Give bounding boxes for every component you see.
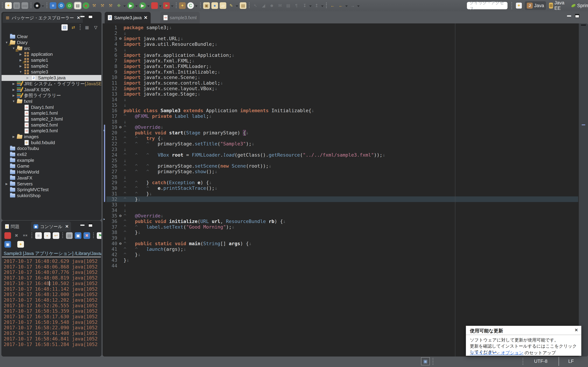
code-line-15[interactable]: 15↓: [106, 102, 578, 108]
minimize-icon[interactable]: [567, 15, 571, 17]
ant-build-icon[interactable]: ⚒: [91, 2, 97, 9]
code-line-19[interactable]: 19⊖^ @Override↓: [106, 125, 578, 130]
server-stop-icon[interactable]: ●: [83, 2, 89, 9]
maximize-icon[interactable]: [575, 14, 579, 18]
tab-problems[interactable]: ⚠ 問題: [3, 221, 22, 232]
code-line-43[interactable]: 43}↓: [106, 258, 578, 263]
tree-item-docotsubu[interactable]: docoTsubu: [1, 146, 101, 151]
debug-dropdown-icon[interactable]: [123, 5, 126, 8]
next-annotation-dropdown-icon[interactable]: [309, 5, 312, 8]
link-profile-icon[interactable]: ☻: [268, 2, 275, 9]
back-dropdown-icon[interactable]: [345, 5, 348, 8]
code-line-34[interactable]: 34↓: [106, 208, 578, 213]
new-java-project-icon[interactable]: ✦: [179, 2, 186, 9]
tree-item-servers[interactable]: ▶Servers: [1, 181, 101, 187]
tree-item-build-fxbuild[interactable]: ⚙build.fxbuild: [1, 140, 101, 146]
tree-item-game[interactable]: Game: [1, 163, 101, 169]
close-icon[interactable]: ✕: [575, 328, 578, 333]
maximize-icon[interactable]: [88, 223, 93, 227]
close-icon[interactable]: ✕: [65, 224, 69, 229]
code-line-22[interactable]: 22^ ^ ^ primaryStage.setTitle("Sample3")…: [106, 141, 578, 147]
perspective-javaee[interactable]: ⊞ Java EE: [547, 1, 568, 10]
code-line-10[interactable]: 10import javafx.scene.Scene;↓: [106, 75, 578, 80]
tree-item-diary1-fxml[interactable]: <>Diary1.fxml: [1, 104, 101, 110]
power-icon[interactable]: ⊙: [66, 2, 73, 9]
mark-occurrences-icon[interactable]: ◢: [260, 2, 267, 9]
code-line-5[interactable]: 5↓: [106, 47, 578, 53]
code-line-7[interactable]: 7import javafx.fxml.FXML;↓: [106, 58, 578, 64]
code-line-25[interactable]: 25↓: [106, 158, 578, 163]
code-line-44[interactable]: 44: [106, 263, 578, 269]
highlighter-pen-icon[interactable]: ✎: [228, 2, 234, 9]
tab-package-explorer[interactable]: ⊞ パッケージ・エクスプローラー ✕: [3, 13, 83, 23]
tree-expander-icon[interactable]: ▶: [11, 88, 16, 92]
code-line-24[interactable]: 24^ ^ ^ VBox root = FXMLLoader.load(getC…: [106, 152, 578, 158]
code-line-27[interactable]: 27^ ^ ^ primaryStage.show();↓: [106, 169, 578, 175]
code-line-8[interactable]: 8import javafx.fxml.FXMLLoader;↓: [106, 64, 578, 69]
tree-item-sample2[interactable]: ▶sample2: [1, 63, 101, 69]
close-icon[interactable]: ✕: [77, 15, 80, 20]
fold-toggle-icon[interactable]: ⊖: [117, 36, 123, 42]
settings-gear-icon[interactable]: ⚙: [58, 2, 65, 9]
tab-console[interactable]: ▣ コンソール ✕: [31, 221, 71, 232]
tree-expander-icon[interactable]: ▶: [11, 135, 16, 139]
encoding-indicator[interactable]: UTF-8: [530, 359, 551, 364]
forward-dropdown-icon[interactable]: [357, 5, 360, 8]
tab-sample3-fxml[interactable]: <> sample3.fxml: [160, 12, 200, 23]
tree-item-sukkirishop[interactable]: sukkiriShop: [1, 193, 101, 199]
open-perspective-button[interactable]: ✦: [514, 1, 524, 10]
code-line-32[interactable]: 32^ }↓: [106, 196, 578, 202]
line-ending-indicator[interactable]: LF: [563, 359, 579, 364]
show-paragraph-icon[interactable]: ¶: [293, 2, 300, 9]
new-class-dropdown-icon[interactable]: [195, 5, 198, 8]
tree-expander-icon[interactable]: ▶: [18, 64, 23, 68]
code-line-23[interactable]: 23↓: [106, 147, 578, 152]
folder-contents-icon[interactable]: ▤: [240, 2, 246, 9]
collapse-all-icon[interactable]: ⊟: [61, 24, 68, 31]
profile-icon[interactable]: ➤: [163, 2, 170, 9]
show-console-stdout-icon[interactable]: ▣: [75, 232, 81, 239]
code-line-36[interactable]: 36^ public void initialize(URL url, Reso…: [106, 219, 578, 224]
code-line-14[interactable]: 14↓: [106, 97, 578, 102]
account-icon[interactable]: ☻: [34, 2, 40, 9]
next-annotation-icon[interactable]: ↧: [301, 2, 308, 9]
minimize-icon[interactable]: [80, 225, 85, 226]
perspective-spring[interactable]: Spring: [570, 1, 588, 10]
display-selected-console-icon[interactable]: ▣: [4, 241, 11, 248]
perspective-java[interactable]: J Java: [525, 1, 546, 10]
tree-item-javafx-sdk[interactable]: ▶JavaFX SDK: [1, 87, 101, 93]
code-line-33[interactable]: 33↓: [106, 202, 578, 208]
open-web-resource-icon[interactable]: ●: [211, 2, 218, 9]
update-install-icon[interactable]: ▣: [421, 357, 430, 365]
code-line-12[interactable]: 12import javafx.scene.layout.VBox;↓: [106, 86, 578, 92]
new-class-icon[interactable]: C: [187, 2, 194, 9]
code-editor[interactable]: ▲ ▲ 1package sample3;↓2↓3⊖import java.ne…: [103, 23, 588, 357]
code-line-21[interactable]: 21^ ^ try {↓: [106, 136, 578, 141]
open-console-dropdown-icon[interactable]: [26, 244, 28, 247]
code-line-26[interactable]: 26^ ^ ^ primaryStage.setScene(new Scene(…: [106, 163, 578, 169]
mail-document-icon[interactable]: ✉: [277, 2, 283, 9]
tree-expander-icon[interactable]: ▼: [18, 70, 23, 74]
remote-console-icon[interactable]: ≡: [50, 2, 56, 9]
code-line-17[interactable]: 17^ @FXML private Label label;↓: [106, 113, 578, 119]
last-edit-location-icon[interactable]: ←: [329, 2, 336, 9]
focus-on-active-task-icon[interactable]: ▦: [84, 24, 90, 31]
code-line-11[interactable]: 11import javafx.scene.control.Label;↓: [106, 80, 578, 86]
highlighter-pen-dropdown-icon[interactable]: [236, 5, 238, 8]
remove-all-launches-icon[interactable]: ✖✖: [22, 232, 28, 239]
code-line-16[interactable]: 16public class Sample3 extends Applicati…: [106, 108, 578, 113]
clear-console-icon[interactable]: ≡: [35, 232, 42, 239]
link-with-editor-icon[interactable]: ⇄: [70, 24, 77, 31]
ant-build-error-icon[interactable]: ⚒: [99, 2, 106, 9]
remove-launch-icon[interactable]: ✖: [13, 232, 20, 239]
tree-item-images[interactable]: ▶images: [1, 134, 101, 140]
tree-item-helloworld[interactable]: HelloWorld: [1, 169, 101, 175]
tree-item-springmvctest[interactable]: SpringMVCTest: [1, 187, 101, 193]
tree-item-jre-[interactable]: ▶JRE システム・ライブラリー [JavaSE-1.8]: [1, 81, 101, 87]
tree-item-sample3[interactable]: ▼sample3: [1, 69, 101, 75]
code-line-42[interactable]: 42^ }↓: [106, 252, 578, 258]
save-output-icon[interactable]: ▤: [66, 232, 73, 239]
console-list-icon[interactable]: ▤: [74, 2, 81, 9]
open-resource-icon[interactable]: ▣: [203, 2, 210, 9]
tree-expander-icon[interactable]: ▶: [25, 76, 30, 80]
